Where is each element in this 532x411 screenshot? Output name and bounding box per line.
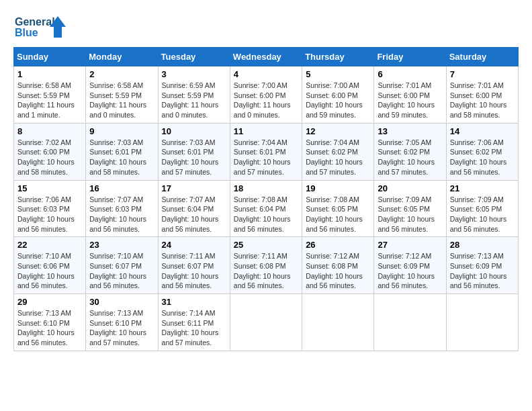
day-number: 19 <box>306 183 370 193</box>
calendar-day-8: 8Sunrise: 7:02 AM Sunset: 6:00 PM Daylig… <box>14 123 86 180</box>
day-number: 20 <box>378 183 442 193</box>
day-header-tuesday: Tuesday <box>158 48 230 66</box>
day-number: 12 <box>306 126 370 136</box>
day-header-sunday: Sunday <box>14 48 86 66</box>
day-number: 6 <box>378 69 442 79</box>
calendar-day-29: 29Sunrise: 7:13 AM Sunset: 6:10 PM Dayli… <box>14 294 86 351</box>
day-number: 11 <box>234 126 298 136</box>
day-number: 28 <box>450 240 515 250</box>
day-info: Sunrise: 7:09 AM Sunset: 6:05 PM Dayligh… <box>450 195 515 234</box>
day-number: 25 <box>234 240 298 250</box>
empty-cell <box>374 294 446 351</box>
day-info: Sunrise: 6:58 AM Sunset: 5:59 PM Dayligh… <box>89 81 154 120</box>
day-info: Sunrise: 7:02 AM Sunset: 6:00 PM Dayligh… <box>17 138 82 177</box>
calendar-day-7: 7Sunrise: 7:01 AM Sunset: 6:00 PM Daylig… <box>446 66 518 124</box>
calendar-day-20: 20Sunrise: 7:09 AM Sunset: 6:05 PM Dayli… <box>374 180 446 237</box>
day-info: Sunrise: 7:08 AM Sunset: 6:05 PM Dayligh… <box>306 195 370 234</box>
calendar-day-14: 14Sunrise: 7:06 AM Sunset: 6:02 PM Dayli… <box>446 123 518 180</box>
day-number: 21 <box>450 183 515 193</box>
day-number: 27 <box>378 240 442 250</box>
calendar-day-5: 5Sunrise: 7:00 AM Sunset: 6:00 PM Daylig… <box>302 66 374 124</box>
day-number: 26 <box>306 240 370 250</box>
calendar-day-27: 27Sunrise: 7:12 AM Sunset: 6:09 PM Dayli… <box>374 237 446 294</box>
calendar-day-23: 23Sunrise: 7:10 AM Sunset: 6:07 PM Dayli… <box>86 237 158 294</box>
day-header-thursday: Thursday <box>302 48 374 66</box>
day-info: Sunrise: 6:58 AM Sunset: 5:59 PM Dayligh… <box>17 81 82 120</box>
day-number: 29 <box>17 297 82 307</box>
day-info: Sunrise: 7:09 AM Sunset: 6:05 PM Dayligh… <box>378 195 442 234</box>
day-header-wednesday: Wednesday <box>230 48 302 66</box>
day-info: Sunrise: 7:10 AM Sunset: 6:07 PM Dayligh… <box>89 251 154 291</box>
calendar-week-2: 8Sunrise: 7:02 AM Sunset: 6:00 PM Daylig… <box>14 123 519 180</box>
day-info: Sunrise: 7:10 AM Sunset: 6:06 PM Dayligh… <box>17 251 82 291</box>
day-number: 18 <box>234 183 298 193</box>
day-number: 8 <box>17 126 82 136</box>
day-header-saturday: Saturday <box>446 48 518 66</box>
day-number: 1 <box>17 69 82 79</box>
day-header-friday: Friday <box>374 48 446 66</box>
day-number: 14 <box>450 126 515 136</box>
calendar-day-1: 1Sunrise: 6:58 AM Sunset: 5:59 PM Daylig… <box>14 66 86 124</box>
day-number: 10 <box>162 126 226 136</box>
day-info: Sunrise: 7:00 AM Sunset: 6:00 PM Dayligh… <box>306 81 370 120</box>
calendar-week-3: 15Sunrise: 7:06 AM Sunset: 6:03 PM Dayli… <box>14 180 519 237</box>
day-info: Sunrise: 7:04 AM Sunset: 6:01 PM Dayligh… <box>234 138 298 177</box>
day-info: Sunrise: 7:06 AM Sunset: 6:03 PM Dayligh… <box>17 195 82 234</box>
calendar-day-18: 18Sunrise: 7:08 AM Sunset: 6:04 PM Dayli… <box>230 180 302 237</box>
empty-cell <box>302 294 374 351</box>
day-number: 16 <box>89 183 154 193</box>
day-info: Sunrise: 7:04 AM Sunset: 6:02 PM Dayligh… <box>306 138 370 177</box>
calendar-header: SundayMondayTuesdayWednesdayThursdayFrid… <box>14 48 519 66</box>
svg-text:Blue: Blue <box>15 27 38 38</box>
day-info: Sunrise: 7:11 AM Sunset: 6:07 PM Dayligh… <box>162 251 226 291</box>
day-info: Sunrise: 7:07 AM Sunset: 6:04 PM Dayligh… <box>162 195 226 234</box>
day-info: Sunrise: 7:07 AM Sunset: 6:03 PM Dayligh… <box>89 195 154 234</box>
day-number: 7 <box>450 69 515 79</box>
day-number: 23 <box>89 240 154 250</box>
calendar-day-3: 3Sunrise: 6:59 AM Sunset: 5:59 PM Daylig… <box>158 66 230 124</box>
day-info: Sunrise: 7:12 AM Sunset: 6:08 PM Dayligh… <box>306 251 370 291</box>
calendar-day-6: 6Sunrise: 7:01 AM Sunset: 6:00 PM Daylig… <box>374 66 446 124</box>
calendar-day-31: 31Sunrise: 7:14 AM Sunset: 6:11 PM Dayli… <box>158 294 230 351</box>
calendar-week-5: 29Sunrise: 7:13 AM Sunset: 6:10 PM Dayli… <box>14 294 519 351</box>
calendar-day-13: 13Sunrise: 7:05 AM Sunset: 6:02 PM Dayli… <box>374 123 446 180</box>
day-info: Sunrise: 7:13 AM Sunset: 6:10 PM Dayligh… <box>89 308 154 348</box>
day-number: 24 <box>162 240 226 250</box>
calendar-day-19: 19Sunrise: 7:08 AM Sunset: 6:05 PM Dayli… <box>302 180 374 237</box>
day-info: Sunrise: 7:00 AM Sunset: 6:00 PM Dayligh… <box>234 81 298 120</box>
calendar-day-11: 11Sunrise: 7:04 AM Sunset: 6:01 PM Dayli… <box>230 123 302 180</box>
day-info: Sunrise: 7:13 AM Sunset: 6:10 PM Dayligh… <box>17 308 82 348</box>
calendar-day-9: 9Sunrise: 7:03 AM Sunset: 6:01 PM Daylig… <box>86 123 158 180</box>
day-number: 30 <box>89 297 154 307</box>
day-number: 17 <box>162 183 226 193</box>
day-info: Sunrise: 7:05 AM Sunset: 6:02 PM Dayligh… <box>378 138 442 177</box>
calendar-day-15: 15Sunrise: 7:06 AM Sunset: 6:03 PM Dayli… <box>14 180 86 237</box>
day-number: 5 <box>306 69 370 79</box>
day-info: Sunrise: 7:11 AM Sunset: 6:08 PM Dayligh… <box>234 251 298 291</box>
day-info: Sunrise: 7:14 AM Sunset: 6:11 PM Dayligh… <box>162 308 226 348</box>
day-info: Sunrise: 7:06 AM Sunset: 6:02 PM Dayligh… <box>450 138 515 177</box>
day-info: Sunrise: 7:12 AM Sunset: 6:09 PM Dayligh… <box>378 251 442 291</box>
calendar-table: SundayMondayTuesdayWednesdayThursdayFrid… <box>13 47 519 351</box>
calendar-day-16: 16Sunrise: 7:07 AM Sunset: 6:03 PM Dayli… <box>86 180 158 237</box>
calendar-day-25: 25Sunrise: 7:11 AM Sunset: 6:08 PM Dayli… <box>230 237 302 294</box>
day-number: 13 <box>378 126 442 136</box>
calendar-day-26: 26Sunrise: 7:12 AM Sunset: 6:08 PM Dayli… <box>302 237 374 294</box>
day-info: Sunrise: 7:01 AM Sunset: 6:00 PM Dayligh… <box>450 81 515 120</box>
day-info: Sunrise: 6:59 AM Sunset: 5:59 PM Dayligh… <box>162 81 226 120</box>
logo: GeneralBlue <box>13 13 67 40</box>
empty-cell <box>446 294 518 351</box>
calendar-day-10: 10Sunrise: 7:03 AM Sunset: 6:01 PM Dayli… <box>158 123 230 180</box>
day-info: Sunrise: 7:13 AM Sunset: 6:09 PM Dayligh… <box>450 251 515 291</box>
calendar-day-28: 28Sunrise: 7:13 AM Sunset: 6:09 PM Dayli… <box>446 237 518 294</box>
day-number: 4 <box>234 69 298 79</box>
day-info: Sunrise: 7:01 AM Sunset: 6:00 PM Dayligh… <box>378 81 442 120</box>
day-number: 22 <box>17 240 82 250</box>
empty-cell <box>230 294 302 351</box>
calendar-day-24: 24Sunrise: 7:11 AM Sunset: 6:07 PM Dayli… <box>158 237 230 294</box>
calendar-day-12: 12Sunrise: 7:04 AM Sunset: 6:02 PM Dayli… <box>302 123 374 180</box>
calendar-day-21: 21Sunrise: 7:09 AM Sunset: 6:05 PM Dayli… <box>446 180 518 237</box>
day-number: 9 <box>89 126 154 136</box>
calendar-week-1: 1Sunrise: 6:58 AM Sunset: 5:59 PM Daylig… <box>14 66 519 124</box>
page-header: GeneralBlue <box>13 13 519 40</box>
